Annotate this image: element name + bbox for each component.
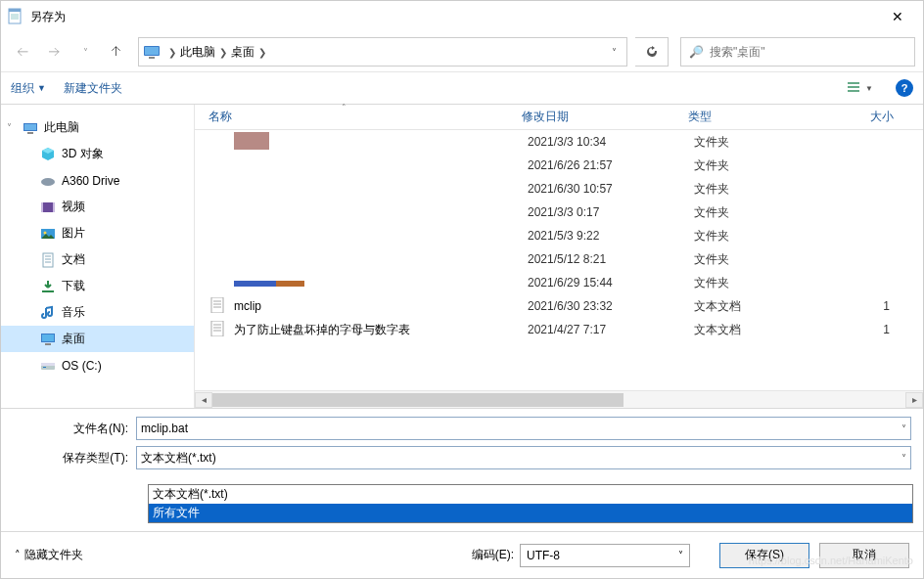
svg-rect-16: [41, 202, 43, 212]
scrollbar-thumb[interactable]: [212, 393, 624, 407]
list-item[interactable]: mclip 2021/6/30 23:32 文本文档 1: [195, 294, 923, 318]
sidebar-item-music[interactable]: 音乐: [1, 299, 194, 326]
chevron-right-icon: ❯: [219, 47, 227, 58]
music-icon: [40, 305, 56, 321]
organize-button[interactable]: 组织 ▼: [11, 80, 46, 97]
save-form: 文件名(N): ˅ 保存类型(T): 文本文档(*.txt) ˅: [1, 408, 923, 469]
list-item[interactable]: 为了防止键盘坏掉的字母与数字表 2021/4/27 7:17 文本文档 1: [195, 318, 923, 341]
savetype-option[interactable]: 文本文档(*.txt): [149, 485, 912, 504]
column-date[interactable]: 修改日期: [522, 109, 688, 125]
file-type: 文件夹: [694, 181, 841, 198]
hide-folders-toggle[interactable]: ˄ 隐藏文件夹: [15, 547, 83, 563]
file-date: 2021/6/30 23:32: [528, 299, 694, 313]
filename-field[interactable]: ˅: [136, 417, 911, 440]
svg-rect-8: [848, 82, 859, 84]
view-options-button[interactable]: ▼: [843, 77, 878, 99]
svg-rect-29: [41, 363, 55, 366]
sidebar-item-label: 文档: [62, 251, 85, 268]
sidebar-item-a360[interactable]: A360 Drive: [1, 167, 194, 194]
file-name: mclip: [234, 299, 528, 313]
sidebar-item-3d[interactable]: 3D 对象: [1, 141, 194, 167]
encoding-label: 编码(E):: [472, 547, 514, 563]
desktop-icon: [40, 332, 56, 347]
svg-rect-31: [211, 297, 223, 313]
file-type: 文件夹: [694, 134, 841, 151]
column-name[interactable]: 名称: [208, 109, 522, 125]
breadcrumb-folder[interactable]: 桌面: [231, 44, 254, 61]
this-pc-icon: [23, 120, 38, 136]
filename-input[interactable]: [141, 422, 898, 435]
search-input[interactable]: [710, 45, 906, 59]
close-button[interactable]: ✕: [878, 1, 917, 32]
column-size[interactable]: 大小: [835, 109, 894, 125]
address-bar[interactable]: ❯ 此电脑 ❯ 桌面 ❯ ˅: [138, 37, 627, 67]
scroll-right-button[interactable]: ▸: [905, 392, 923, 408]
scrollbar-track[interactable]: [212, 392, 905, 408]
list-item[interactable]: 2021/3/3 10:34 文件夹: [195, 130, 923, 154]
list-item[interactable]: 2021/5/12 8:21 文件夹: [195, 247, 923, 271]
chevron-down-icon[interactable]: ˅: [898, 453, 906, 464]
back-button[interactable]: 🡠: [9, 38, 36, 66]
text-file-icon: [208, 321, 226, 339]
savetype-field[interactable]: 文本文档(*.txt) ˅: [136, 446, 911, 469]
svg-rect-20: [43, 253, 53, 267]
sidebar-item-label: 3D 对象: [62, 146, 104, 162]
svg-rect-26: [42, 334, 54, 341]
chevron-right-icon: ❯: [168, 47, 176, 58]
file-type: 文件夹: [694, 204, 841, 221]
horizontal-scrollbar[interactable]: ◂ ▸: [195, 390, 923, 408]
sidebar-this-pc[interactable]: ˅ 此电脑: [1, 114, 194, 141]
file-type: 文件夹: [694, 228, 841, 245]
search-box[interactable]: 🔍: [680, 37, 915, 67]
chevron-down-icon[interactable]: ˅: [7, 122, 12, 133]
chevron-right-icon: ❯: [258, 47, 266, 58]
column-type[interactable]: 类型: [688, 109, 835, 125]
list-item[interactable]: 2021/6/30 10:57 文件夹: [195, 177, 923, 200]
encoding-select[interactable]: UTF-8 ˅: [520, 544, 690, 567]
sidebar-item-videos[interactable]: 视频: [1, 194, 194, 220]
main-area: ˅ 此电脑 3D 对象 A360 Drive 视频 图片 文档 下载: [1, 105, 923, 408]
sidebar-item-label: 桌面: [62, 331, 85, 347]
column-headers: ˄ 名称 修改日期 类型 大小: [195, 105, 923, 130]
sidebar-item-label: 音乐: [62, 304, 85, 321]
recent-dropdown[interactable]: ˅: [71, 38, 99, 66]
svg-rect-30: [43, 367, 46, 368]
nav-row: 🡠 🡢 ˅ 🡡 ❯ 此电脑 ❯ 桌面 ❯ ˅ 🔍: [1, 32, 923, 71]
file-date: 2021/3/3 10:34: [528, 135, 694, 149]
save-button[interactable]: 保存(S): [719, 543, 809, 568]
list-item[interactable]: 2021/5/3 9:22 文件夹: [195, 224, 923, 247]
file-date: 2021/6/30 10:57: [528, 182, 694, 196]
footer: ˄ 隐藏文件夹 编码(E): UTF-8 ˅ 保存(S) 取消: [1, 531, 923, 578]
savetype-dropdown[interactable]: 文本文档(*.txt) 所有文件: [148, 484, 913, 523]
forward-button[interactable]: 🡢: [40, 38, 68, 66]
file-size: 1: [841, 299, 890, 313]
sidebar-item-documents[interactable]: 文档: [1, 246, 194, 273]
chevron-up-icon: ˄: [15, 549, 21, 561]
help-button[interactable]: ?: [896, 79, 913, 97]
video-icon: [40, 200, 56, 215]
file-size: 1: [841, 323, 890, 336]
cube-icon: [40, 147, 56, 162]
list-item[interactable]: 2021/6/26 21:57 文件夹: [195, 154, 923, 177]
sidebar-item-os-c[interactable]: OS (C:): [1, 352, 194, 379]
sidebar-item-pictures[interactable]: 图片: [1, 220, 194, 246]
refresh-button[interactable]: [635, 37, 669, 67]
chevron-down-icon[interactable]: ˅: [898, 423, 906, 434]
sidebar-item-downloads[interactable]: 下载: [1, 273, 194, 299]
list-item[interactable]: 2021/3/3 0:17 文件夹: [195, 200, 923, 224]
breadcrumb-root[interactable]: 此电脑: [180, 44, 215, 61]
cloud-icon: [40, 173, 56, 189]
new-folder-button[interactable]: 新建文件夹: [64, 80, 122, 97]
savetype-option[interactable]: 所有文件: [149, 504, 912, 522]
sidebar-item-desktop[interactable]: 桌面: [1, 326, 194, 352]
address-dropdown[interactable]: ˅: [606, 47, 623, 58]
up-button[interactable]: 🡡: [103, 38, 130, 66]
redacted-name: [234, 132, 269, 150]
encoding-value: UTF-8: [527, 549, 560, 562]
scroll-left-button[interactable]: ◂: [195, 392, 212, 408]
file-list[interactable]: 2021/3/3 10:34 文件夹 2021/6/26 21:57 文件夹 2…: [195, 130, 923, 390]
cancel-button[interactable]: 取消: [819, 543, 909, 568]
list-item[interactable]: 2021/6/29 15:44 文件夹: [195, 271, 923, 294]
sidebar-item-label: 此电脑: [44, 119, 79, 136]
svg-rect-13: [27, 132, 33, 134]
